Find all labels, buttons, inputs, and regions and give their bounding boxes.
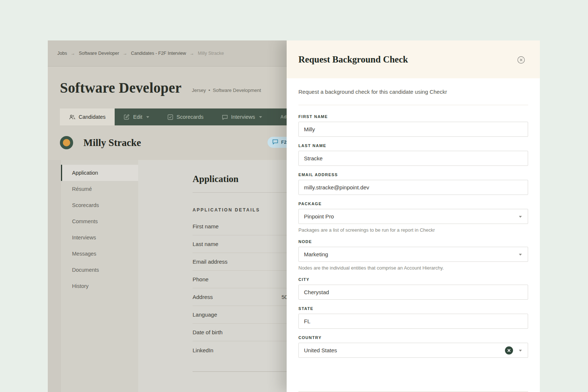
clear-icon[interactable] xyxy=(505,346,513,354)
first-name-field[interactable] xyxy=(298,122,528,137)
city-field[interactable] xyxy=(298,285,528,300)
sidebar-item-scorecards[interactable]: Scorecards xyxy=(61,197,138,213)
people-icon xyxy=(69,114,75,120)
tab-label: Edit xyxy=(133,114,142,120)
divider xyxy=(298,105,528,105)
breadcrumb-candidates-stage[interactable]: Candidates - F2F Interview xyxy=(131,51,186,56)
chat-icon xyxy=(272,139,278,146)
job-meta-dot: • xyxy=(208,88,210,93)
package-select[interactable]: Pinpoint Pro xyxy=(298,209,528,224)
detail-label: First name xyxy=(193,223,282,229)
breadcrumb-job[interactable]: Software Developer xyxy=(79,51,119,56)
last-name-label: LAST NAME xyxy=(298,143,528,148)
tab-label: Candidates xyxy=(79,114,105,120)
node-select[interactable]: Marketing xyxy=(298,247,528,262)
modal-title: Request Background Check xyxy=(298,54,408,65)
state-field[interactable] xyxy=(298,314,528,329)
first-name-label: FIRST NAME xyxy=(298,114,528,119)
detail-label: LinkedIn xyxy=(193,347,282,353)
package-selected-value: Pinpoint Pro xyxy=(304,213,334,220)
chevron-down-icon xyxy=(519,216,522,218)
job-meta: Jersey • Software Development xyxy=(192,88,261,93)
chevron-down-icon xyxy=(259,116,262,118)
tab-edit[interactable]: Edit xyxy=(115,108,158,125)
detail-label: Phone xyxy=(193,276,282,282)
checkbox-icon xyxy=(168,114,173,120)
divider xyxy=(298,391,528,392)
detail-label: Language xyxy=(193,311,282,318)
sidebar-item-application[interactable]: Application xyxy=(61,165,138,181)
last-name-field[interactable] xyxy=(298,151,528,166)
tab-candidates[interactable]: Candidates xyxy=(60,108,115,125)
email-label: EMAIL ADDRESS xyxy=(298,172,528,177)
detail-label: Email address xyxy=(193,259,282,265)
country-label: COUNTRY xyxy=(298,335,528,340)
ad-icon: Ad xyxy=(280,114,287,120)
breadcrumb-arrow-icon: → xyxy=(71,51,75,56)
country-group: COUNTRY United States xyxy=(298,335,528,358)
chevron-down-icon xyxy=(519,350,522,352)
candidate-name: Milly Stracke xyxy=(83,137,141,149)
left-gutter xyxy=(48,160,61,392)
city-group: CITY xyxy=(298,277,528,300)
breadcrumb-arrow-icon: → xyxy=(123,51,127,56)
tab-label: Scorecards xyxy=(176,114,203,120)
email-field[interactable] xyxy=(298,180,528,195)
country-selected-value: United States xyxy=(304,347,337,353)
package-label: PACKAGE xyxy=(298,202,528,206)
country-select[interactable]: United States xyxy=(298,343,528,358)
email-group: EMAIL ADDRESS xyxy=(298,172,528,195)
sidebar-item-messages[interactable]: Messages xyxy=(61,246,138,262)
node-group: NODE Marketing Nodes are the individual … xyxy=(298,239,528,271)
tab-interviews[interactable]: Interviews xyxy=(213,108,271,125)
detail-label: Date of birth xyxy=(193,329,282,335)
app-window: Jobs → Software Developer → Candidates -… xyxy=(48,40,540,392)
city-label: CITY xyxy=(298,277,528,282)
node-selected-value: Marketing xyxy=(304,251,328,257)
breadcrumb-candidate: Milly Stracke xyxy=(198,51,224,56)
breadcrumb-arrow-icon: → xyxy=(190,51,194,56)
last-name-group: LAST NAME xyxy=(298,143,528,166)
modal-body: Request a background check for this cand… xyxy=(287,89,540,392)
node-label: NODE xyxy=(298,239,528,244)
sidebar-item-interviews[interactable]: Interviews xyxy=(61,229,138,246)
avatar xyxy=(60,136,73,149)
tab-scorecards[interactable]: Scorecards xyxy=(158,108,212,125)
modal-header: Request Background Check xyxy=(287,40,540,78)
breadcrumb: Jobs → Software Developer → Candidates -… xyxy=(57,51,224,56)
sidebar-item-documents[interactable]: Documents xyxy=(61,262,138,278)
tab-label: Interviews xyxy=(231,114,255,120)
sidebar-item-history[interactable]: History xyxy=(61,278,138,294)
candidate-sidebar: Application Résumé Scorecards Comments I… xyxy=(61,160,138,392)
chevron-down-icon xyxy=(146,116,149,118)
request-background-check-modal: Request Background Check Request a backg… xyxy=(287,40,540,392)
job-location: Jersey xyxy=(192,88,206,93)
page-title: Software Developer xyxy=(60,79,182,96)
state-label: STATE xyxy=(298,306,528,311)
job-department: Software Development xyxy=(213,88,261,93)
detail-label: Last name xyxy=(193,241,282,247)
package-helper-text: Packages are a list of screenings to be … xyxy=(298,227,528,233)
chat-icon xyxy=(222,114,228,120)
pencil-icon xyxy=(124,114,130,120)
modal-description: Request a background check for this cand… xyxy=(298,89,528,95)
close-icon[interactable] xyxy=(517,56,525,64)
state-group: STATE xyxy=(298,306,528,329)
detail-label: Address xyxy=(193,294,282,300)
node-helper-text: Nodes are the individual entities that c… xyxy=(298,265,528,271)
breadcrumb-jobs[interactable]: Jobs xyxy=(57,51,67,56)
first-name-group: FIRST NAME xyxy=(298,114,528,137)
sidebar-item-comments[interactable]: Comments xyxy=(61,213,138,229)
sidebar-item-resume[interactable]: Résumé xyxy=(61,181,138,197)
package-group: PACKAGE Pinpoint Pro Packages are a list… xyxy=(298,202,528,233)
chevron-down-icon xyxy=(519,254,522,256)
